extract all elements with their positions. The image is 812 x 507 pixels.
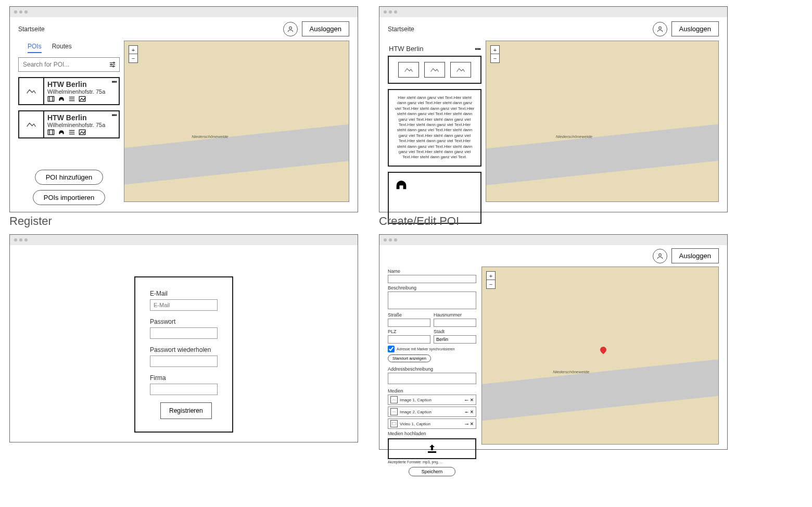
gallery-image[interactable] xyxy=(424,62,445,78)
zoom-out-button[interactable]: − xyxy=(487,280,495,288)
poi-card[interactable]: HTW Berlin Wilhelminenhofstr. 75a ••• xyxy=(18,110,120,138)
upload-label: Medien hochladen xyxy=(388,431,476,436)
houseno-label: Hausnummer xyxy=(434,312,476,318)
password-label: Passwort xyxy=(150,318,218,325)
sync-checkbox[interactable] xyxy=(388,346,395,352)
reorder-icon[interactable]: ▫▪▫▫ xyxy=(465,410,468,414)
password-repeat-field[interactable] xyxy=(150,356,218,367)
avatar[interactable] xyxy=(653,249,667,263)
zoom-out-button[interactable]: − xyxy=(129,54,137,62)
svg-rect-7 xyxy=(48,96,54,101)
map-label: Niederschöneweide xyxy=(192,134,228,139)
media-thumb[interactable] xyxy=(390,396,398,403)
media-caption[interactable]: Image 2, Caption xyxy=(400,410,463,414)
password-repeat-label: Passwort wiederholen xyxy=(150,346,218,353)
media-caption[interactable]: Image 1, Caption xyxy=(400,398,463,402)
logout-button[interactable]: Ausloggen xyxy=(302,21,349,36)
delete-media-icon[interactable]: ✕ xyxy=(470,398,474,402)
gallery-image[interactable] xyxy=(450,62,471,78)
reorder-icon[interactable]: ▪▫▫▫ xyxy=(465,398,468,402)
image-icon xyxy=(404,66,413,73)
avatar[interactable] xyxy=(283,22,298,36)
description-field[interactable] xyxy=(388,291,476,309)
search-input[interactable] xyxy=(19,58,105,71)
email-field[interactable] xyxy=(150,299,218,311)
video-icon xyxy=(47,129,55,135)
password-field[interactable] xyxy=(150,327,218,339)
image-icon xyxy=(430,66,439,73)
logout-button[interactable]: Ausloggen xyxy=(671,248,719,263)
street-field[interactable] xyxy=(388,319,430,327)
poi-address: Wilhelminenhofstr. 75a xyxy=(47,88,116,95)
zoom-out-button[interactable]: − xyxy=(491,54,499,62)
headphones-icon xyxy=(394,178,409,191)
filter-icon[interactable] xyxy=(105,58,119,71)
save-button[interactable]: Speichern xyxy=(409,467,456,476)
map-label: Niederschöneweide xyxy=(556,134,592,139)
poi-address: Wilhelminenhofstr. 75a xyxy=(47,122,116,128)
more-icon[interactable]: ••• xyxy=(111,78,117,85)
zoom-in-button[interactable]: + xyxy=(491,46,499,54)
company-label: Firma xyxy=(150,374,218,382)
window-register: E-Mail Passwort Passwort wiederholen Fir… xyxy=(9,234,358,442)
svg-rect-23 xyxy=(392,422,396,425)
more-icon[interactable]: ••• xyxy=(475,45,480,53)
tab-pois[interactable]: POIs xyxy=(28,43,42,53)
image-icon xyxy=(456,66,465,73)
window-poi-detail: Startseite Ausloggen HTW Berlin ••• xyxy=(379,6,728,212)
avatar[interactable] xyxy=(653,22,667,36)
tab-routes[interactable]: Routes xyxy=(52,43,72,53)
delete-media-icon[interactable]: ✕ xyxy=(470,422,474,426)
name-field[interactable] xyxy=(388,275,476,283)
city-label: Stadt xyxy=(434,329,476,334)
add-poi-button[interactable]: POI hinzufügen xyxy=(35,170,104,185)
zoom-in-button[interactable]: + xyxy=(487,272,495,280)
reorder-icon[interactable]: ▫▫▫▪ xyxy=(465,422,468,426)
import-pois-button[interactable]: POIs importieren xyxy=(33,190,106,205)
poi-title: HTW Berlin xyxy=(47,80,116,88)
breadcrumb[interactable]: Startseite xyxy=(388,26,414,33)
svg-point-21 xyxy=(658,27,661,29)
more-icon[interactable]: ••• xyxy=(111,111,117,119)
image-icon xyxy=(79,96,86,102)
caption-register: Register xyxy=(9,214,52,228)
register-form: E-Mail Passwort Passwort wiederholen Fir… xyxy=(134,276,233,433)
media-item: Image 2, Caption ▫▪▫▫ ✕ xyxy=(388,407,476,417)
poi-card[interactable]: HTW Berlin Wilhelminenhofstr. 75a ••• xyxy=(18,77,120,105)
window-edit-poi: Ausloggen Name Beschreibung Straße xyxy=(379,234,728,450)
map[interactable]: Niederschöneweide + − xyxy=(124,41,349,202)
map[interactable]: Niederschöneweide + − xyxy=(481,267,719,445)
gallery-image[interactable] xyxy=(398,62,419,78)
media-item: Video 1, Caption ▫▫▫▪ ✕ xyxy=(388,419,476,429)
houseno-field[interactable] xyxy=(434,319,476,327)
plz-field[interactable] xyxy=(388,335,430,344)
upload-icon xyxy=(426,443,438,454)
register-button[interactable]: Registrieren xyxy=(160,402,212,419)
audio-icon xyxy=(58,96,65,102)
formats-hint: Akzeptierte Formate: mp3, png, ... xyxy=(388,460,476,464)
map[interactable]: Niederschöneweide + − xyxy=(486,41,719,202)
company-field[interactable] xyxy=(150,384,218,395)
media-thumb[interactable] xyxy=(390,408,398,415)
city-field[interactable] xyxy=(434,335,476,344)
titlebar xyxy=(10,7,358,17)
zoom-control: + − xyxy=(490,45,500,63)
address-desc-field[interactable] xyxy=(388,373,476,384)
delete-media-icon[interactable]: ✕ xyxy=(470,410,474,414)
zoom-control: + − xyxy=(129,45,138,63)
media-thumb[interactable] xyxy=(390,420,398,427)
svg-point-4 xyxy=(113,62,114,63)
upload-dropzone[interactable] xyxy=(388,438,476,459)
street-label: Straße xyxy=(388,312,430,318)
media-label: Medien xyxy=(388,388,476,394)
poi-title: HTW Berlin xyxy=(47,113,116,122)
zoom-in-button[interactable]: + xyxy=(129,46,137,54)
user-icon xyxy=(656,26,664,33)
map-pin[interactable] xyxy=(599,346,608,354)
breadcrumb[interactable]: Startseite xyxy=(18,26,45,33)
media-caption[interactable]: Video 1, Caption xyxy=(400,422,463,426)
text-icon xyxy=(68,96,75,102)
logout-button[interactable]: Ausloggen xyxy=(671,21,719,36)
show-location-button[interactable]: Standort anzeigen xyxy=(388,354,431,362)
image-icon xyxy=(79,129,86,135)
